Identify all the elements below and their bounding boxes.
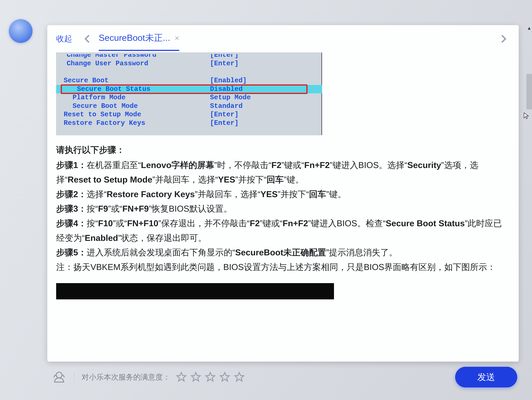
rating-star[interactable] [191,372,201,383]
scrollbar-thumb[interactable] [526,74,532,109]
bios-label: Secure Boot Status [61,85,210,94]
bold-text: Fn+F2 [304,160,330,170]
step-number: 步骤5： [56,248,87,257]
bios-row: Secure Boot[Enabled] [61,76,317,85]
divider [74,373,74,381]
plain-text: 按“ [87,204,98,213]
rating-star[interactable] [176,372,186,383]
scroll-up-arrow-icon[interactable]: ▲ [526,25,532,31]
bios-value: [Enter] [210,110,317,119]
bios-value: Standard [210,102,317,111]
bios-label: Restore Factory Keys [61,119,210,127]
plain-text: 进入系统后就会发现桌面右下角显示的“ [87,248,235,257]
bios-row: Change Master Password[Enter] [61,54,317,59]
article-step: 步骤3：按“F9”或“FN+F9”恢复BIOS默认设置。 [56,201,505,216]
article-step: 步骤5：进入系统后就会发现桌面右下角显示的“SecureBoot未正确配置”提示… [56,245,505,260]
bios-label: Change User Password [61,59,210,68]
bold-text: F9 [98,204,108,213]
bios-value: [Enter] [210,54,317,56]
article-text: 请执行以下步骤： 步骤1：在机器重启至“Lenovo字样的屏幕”时，不停敲击“F… [56,143,505,299]
bold-text: 回车 [309,189,326,199]
agent-icon[interactable] [52,370,66,384]
plain-text: ”并敲回车，选择“ [152,175,218,184]
plain-text: ”提示消息消失了。 [326,248,398,257]
bios-row: Reset to Setup Mode[Enter] [61,110,317,119]
bold-text: SecureBoot未正确配置 [235,248,326,257]
bold-text: YES [218,175,235,184]
bios-value: [Enter] [210,119,317,127]
bios-value: [Enter] [210,59,317,68]
plain-text: ”并按下“ [278,189,309,199]
step-number: 步骤1： [56,160,87,170]
bold-text: FN+F10 [127,218,158,228]
rating-star[interactable] [220,372,230,383]
bold-text: Security [407,160,441,170]
article-lead: 请执行以下步骤： [56,143,505,157]
plain-text: 按“ [87,218,98,228]
bios-label: Change Master Password [61,54,210,56]
bios-row: Platform ModeSetup Mode [61,93,317,102]
send-button[interactable]: 发送 [455,367,517,387]
tab-underline [99,50,179,51]
step-number: 步骤2： [56,189,87,199]
bios-row: Change User Password[Enter] [61,59,317,68]
bold-text: F10 [98,218,113,228]
plain-text: 在机器重启至“ [87,160,141,170]
bios-label: Secure Boot [61,76,210,85]
bold-text: F2 [250,218,260,228]
plain-text: ”并按下“ [235,175,267,184]
plain-text: ”并敲回车，选择“ [195,189,260,199]
tab-title: SecureBoot未正... [99,32,170,44]
plain-text: ”状态，保存退出即可。 [118,233,207,243]
tab-close-icon[interactable]: × [175,33,179,43]
rating-star[interactable] [234,372,244,383]
rating-star[interactable] [205,372,215,383]
bold-text: Restore Factory Keys [107,189,195,199]
plain-text: ”键或“ [281,160,304,170]
bios-value [210,68,317,76]
plain-text: ”恢复BIOS默认设置。 [149,204,232,213]
rating-stars [176,372,244,383]
plain-text: ”或“ [113,218,127,228]
article-step: 步骤1：在机器重启至“Lenovo字样的屏幕”时，不停敲击“F2”键或“Fn+F… [56,158,505,187]
bios-label: Secure Boot Mode [61,102,210,111]
bold-text: FN+F9 [122,204,149,213]
next-screenshot-placeholder [56,283,334,299]
bios-value: Setup Mode [210,93,317,102]
forward-arrow-icon[interactable] [497,32,510,45]
plain-text: ”时，不停敲击“ [214,160,272,170]
bios-label: Platform Mode [61,93,210,102]
bios-value: Disabled [210,85,317,94]
bold-text: Secure Boot Status [386,218,465,228]
svg-point-0 [56,372,62,378]
article-step: 步骤2：选择“Restore Factory Keys”并敲回车，选择“YES”… [56,187,505,202]
tab-secureboot[interactable]: SecureBoot未正... × [99,32,179,46]
bold-text: Fn+F2 [283,218,308,228]
assistant-bulb-icon [9,19,32,43]
collapse-link[interactable]: 收起 [52,33,76,44]
panel-body: Change Master Password[Enter]Change User… [47,52,519,362]
bios-row: Restore Factory Keys[Enter] [61,119,317,127]
bios-row: Secure Boot ModeStandard [61,102,317,111]
bold-text: F2 [271,160,281,170]
bottom-bar: 对小乐本次服务的满意度： 发送 [47,365,519,390]
rating-label: 对小乐本次服务的满意度： [82,372,170,382]
bios-label: Reset to Setup Mode [61,110,210,119]
bios-label [61,68,210,76]
bold-text: Reset to Setup Mode [68,175,152,184]
step-number: 步骤4： [56,218,87,228]
plain-text: ”保存退出，并不停敲击“ [158,218,250,228]
bios-row: Secure Boot StatusDisabled [56,85,322,94]
article-note: 注：扬天VBKEM系列机型如遇到此类问题，BIOS设置方法与上述方案相同，只是B… [56,260,505,274]
scrollbar-track[interactable] [526,31,532,362]
plain-text: 选择“ [87,189,107,199]
bios-row [61,68,317,76]
plain-text: ”键。 [284,175,304,184]
bold-text: YES [260,189,278,199]
plain-text: ”或“ [108,204,122,213]
plain-text: ”键。 [326,189,346,199]
bios-screenshot: Change Master Password[Enter]Change User… [56,52,322,135]
article-panel: 收起 SecureBoot未正... × Change Master Passw… [47,25,519,362]
back-arrow-icon[interactable] [81,32,94,45]
vertical-scrollbar[interactable]: ▲ [526,25,532,362]
